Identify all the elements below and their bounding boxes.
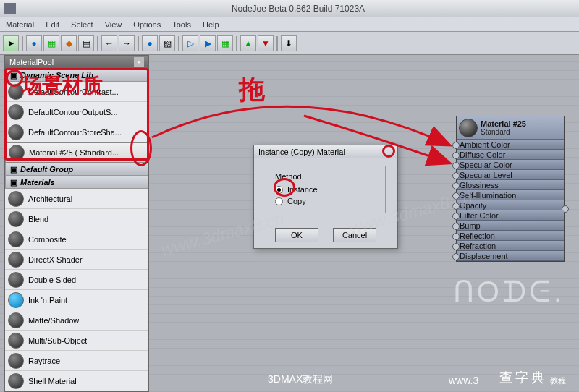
- node-slot[interactable]: Glossiness: [457, 180, 564, 190]
- list-item-label: Double Sided: [28, 276, 76, 284]
- menu-material[interactable]: Material: [6, 20, 34, 29]
- material-sphere-icon: [8, 252, 24, 268]
- window-title: NodeJoe Beta 0.862 Build 71023A: [22, 4, 575, 14]
- tool-sphere[interactable]: ●: [26, 35, 42, 51]
- menubar: Material Edit Select View Options Tools …: [0, 17, 579, 32]
- list-item[interactable]: Architectural: [5, 189, 148, 209]
- section-default-group[interactable]: Default Group: [5, 163, 148, 176]
- list-item[interactable]: Matte/Shadow: [5, 310, 148, 331]
- node-slot[interactable]: Specular Color: [457, 160, 564, 170]
- material-sphere-icon: [8, 231, 24, 247]
- node-slot[interactable]: Ambient Color: [457, 140, 564, 150]
- titlebar: NodeJoe Beta 0.862 Build 71023A: [0, 0, 579, 17]
- footer-watermark: 查字典: [499, 369, 547, 386]
- node-slot[interactable]: Self-Illumination: [457, 190, 564, 200]
- list-item-label: DirectX Shader: [28, 255, 83, 264]
- list-item[interactable]: Multi/Sub-Object: [5, 331, 148, 351]
- material-sphere-icon: [8, 84, 24, 100]
- menu-help[interactable]: Help: [203, 20, 219, 29]
- up-icon: ▲: [244, 38, 253, 48]
- toolbar: ➤ ● ▦ ◆ ▤ ← → ● ▨ ▷ ▶ ▦ ▲ ▼ ⬇: [0, 32, 579, 55]
- node-slot[interactable]: Opacity: [457, 200, 564, 210]
- section-materials[interactable]: Materials: [5, 176, 148, 189]
- section-dynamic-scene-lib[interactable]: Dynamic Scene Lib: [5, 69, 148, 82]
- radio-copy[interactable]: [275, 197, 283, 205]
- list-item[interactable]: Blend: [5, 209, 148, 229]
- menu-edit[interactable]: Edit: [46, 20, 59, 29]
- list-item[interactable]: Raytrace: [5, 351, 148, 371]
- tool-controller[interactable]: ◆: [61, 35, 77, 51]
- list-item[interactable]: DirectX Shader: [5, 250, 148, 270]
- list-item[interactable]: DefaultContourOutputS...: [5, 102, 148, 122]
- node-slot[interactable]: Diffuse Color: [457, 150, 564, 160]
- radio-instance-row[interactable]: Instance: [275, 184, 376, 195]
- cancel-button[interactable]: Cancel: [333, 228, 376, 242]
- node-slot[interactable]: Specular Level: [457, 170, 564, 180]
- material-sphere-icon: [8, 353, 24, 369]
- menu-view[interactable]: View: [105, 20, 122, 29]
- node-title: Material #25: [481, 119, 526, 128]
- radio-copy-row[interactable]: Copy: [275, 195, 376, 207]
- node-slot[interactable]: Bump: [457, 221, 564, 231]
- node-slot[interactable]: Reflection: [457, 231, 564, 241]
- map-icon: ▦: [48, 38, 56, 48]
- list-item-selected[interactable]: Material #25 ( Standard...: [5, 142, 148, 163]
- footer-watermark: 教程: [550, 375, 566, 386]
- dialog-titlebar[interactable]: Instance (Copy) Material: [254, 145, 397, 158]
- menu-options[interactable]: Options: [133, 20, 161, 29]
- tool-ball[interactable]: ●: [142, 35, 158, 51]
- menu-select[interactable]: Select: [71, 20, 93, 29]
- footer-watermark: www.3: [449, 375, 478, 386]
- material-node[interactable]: Material #25 Standard Ambient Color Diff…: [456, 116, 565, 262]
- panel-titlebar[interactable]: MaterialPool ×: [5, 56, 148, 69]
- material-sphere-icon: [8, 124, 24, 140]
- node-header[interactable]: Material #25 Standard: [457, 116, 564, 140]
- tool-group2[interactable]: ▶: [200, 35, 216, 51]
- radio-instance[interactable]: [275, 186, 283, 194]
- tool-group1[interactable]: ▷: [182, 35, 198, 51]
- panel-close-button[interactable]: ×: [134, 57, 144, 67]
- list-item[interactable]: DefaultContourContrast...: [5, 82, 148, 102]
- material-sphere-icon: [8, 373, 24, 389]
- ball-icon: ●: [147, 38, 152, 48]
- list-item[interactable]: DefaultContourStoreSha...: [5, 122, 148, 142]
- list-item-label: Shell Material: [28, 377, 77, 385]
- menu-tools[interactable]: Tools: [172, 20, 191, 29]
- tool-back[interactable]: ←: [101, 35, 117, 51]
- ok-button[interactable]: OK: [275, 228, 318, 242]
- method-fieldset: Method Instance Copy: [266, 166, 386, 213]
- list-item-label: Composite: [28, 235, 67, 244]
- assign-icon: ⬇: [285, 38, 292, 48]
- tool-fwd[interactable]: →: [119, 35, 135, 51]
- node-slot-label: Self-Illumination: [460, 191, 516, 200]
- material-sphere-icon: [8, 272, 24, 288]
- list-item[interactable]: Shell Material: [5, 371, 148, 391]
- list-item-label: DefaultContourStoreSha...: [28, 128, 122, 137]
- radio-copy-label: Copy: [287, 197, 306, 205]
- list-item-label: Blend: [28, 215, 48, 223]
- tool-arrow[interactable]: ➤: [3, 35, 19, 51]
- method-label: Method: [275, 172, 376, 181]
- tool-checker[interactable]: ▨: [159, 35, 175, 51]
- node-slot[interactable]: Refraction: [457, 241, 564, 251]
- nodejoe-logo: ᑎOᗪᕮ.: [453, 275, 565, 309]
- tool-group3[interactable]: ▦: [217, 35, 233, 51]
- tool-map[interactable]: ▦: [43, 35, 59, 51]
- list-item[interactable]: Double Sided: [5, 270, 148, 290]
- tool-assign[interactable]: ⬇: [281, 35, 297, 51]
- tool-up[interactable]: ▲: [240, 35, 256, 51]
- list-item[interactable]: Ink 'n Paint: [5, 290, 148, 310]
- material-sphere-icon: [8, 211, 24, 227]
- group1-icon: ▷: [187, 38, 194, 48]
- node-slot[interactable]: Displacement: [457, 251, 564, 261]
- node-slot-label: Refraction: [460, 242, 496, 250]
- node-slot-label: Ambient Color: [460, 140, 510, 149]
- node-slot[interactable]: Filter Color: [457, 210, 564, 221]
- material-sphere-icon: [8, 292, 24, 308]
- tool-down[interactable]: ▼: [258, 35, 274, 51]
- list-item[interactable]: Composite: [5, 229, 148, 250]
- radio-instance-label: Instance: [287, 185, 318, 194]
- tool-misc1[interactable]: ▤: [78, 35, 94, 51]
- material-pool-panel: MaterialPool × Dynamic Scene Lib Default…: [4, 55, 149, 392]
- node-slot-label: Specular Color: [460, 161, 512, 169]
